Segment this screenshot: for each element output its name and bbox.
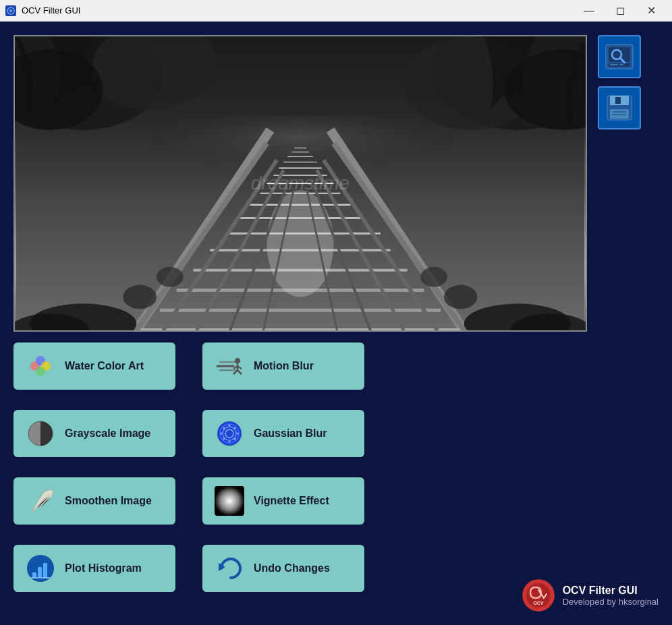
image-container: dreamstime [13,35,587,332]
grayscale-image-button[interactable]: Grayscale Image [13,410,175,457]
svg-point-48 [223,427,225,429]
bottom-info: OCV OCV Filter GUI Developed by hksorgin… [522,579,659,612]
svg-point-33 [36,367,45,376]
gaussian-blur-button[interactable]: Gaussian Blur [202,410,364,457]
svg-point-22 [123,285,157,309]
svg-point-11 [267,190,333,297]
svg-point-2 [9,9,12,12]
bridge-svg [15,36,586,330]
preview-icon [603,40,636,73]
close-button[interactable]: ✕ [636,0,667,22]
app-name-footer: OCV Filter GUI [563,585,659,597]
window-title: OCV Filter GUI [22,5,80,16]
motion-blur-button[interactable]: Motion Blur [202,343,364,390]
svg-rect-56 [215,486,244,516]
gaussian-blur-label: Gaussian Blur [254,427,327,440]
grayscale-icon [26,419,55,448]
title-bar: OCV Filter GUI — ◻ ✕ [0,0,672,22]
maximize-button[interactable]: ◻ [605,0,636,22]
app-icon [5,5,16,16]
svg-point-37 [235,358,240,363]
minimize-button[interactable]: — [573,0,605,22]
water-color-art-button[interactable]: Water Color Art [13,343,175,390]
svg-point-53 [229,441,231,443]
undo-icon [215,554,244,583]
app-logo: OCV [522,579,555,612]
preview-button[interactable] [598,35,641,78]
svg-point-54 [223,438,225,440]
water-color-art-label: Water Color Art [65,360,144,372]
svg-rect-10 [150,117,451,183]
plot-histogram-label: Plot Histogram [65,562,142,574]
title-bar-left: OCV Filter GUI [5,5,80,16]
motion-blur-icon [215,351,244,381]
watercolor-icon [26,351,55,381]
save-icon [603,92,636,124]
image-area: dreamstime Water Color Art [13,35,587,612]
bridge-image: dreamstime [15,36,586,330]
plot-histogram-button[interactable]: Plot Histogram [13,545,175,592]
undo-changes-button[interactable]: Undo Changes [202,545,364,592]
svg-point-24 [444,285,478,309]
vignette-icon [215,486,244,516]
svg-point-52 [234,438,236,440]
main-content: dreamstime Water Color Art [0,22,672,625]
vignette-effect-label: Vignette Effect [254,495,329,507]
right-sidebar [598,35,641,612]
svg-point-50 [234,427,236,429]
svg-point-23 [157,267,184,287]
undo-changes-label: Undo Changes [254,562,330,574]
buttons-grid: Water Color Art [13,343,587,599]
svg-text:OCV: OCV [533,601,544,605]
svg-line-42 [237,370,242,374]
svg-rect-72 [615,97,621,104]
smoothen-image-button[interactable]: Smoothen Image [13,477,175,525]
vignette-effect-button[interactable]: Vignette Effect [202,477,364,525]
motion-blur-label: Motion Blur [254,360,314,372]
developer-text: Developed by hksorginal [563,597,659,607]
svg-rect-58 [32,572,36,578]
gaussian-blur-icon [215,419,244,448]
svg-rect-73 [610,109,629,119]
svg-point-25 [420,267,447,287]
histogram-icon [26,554,55,583]
grayscale-image-label: Grayscale Image [65,427,150,440]
smoothen-icon [26,486,55,516]
svg-rect-60 [43,563,47,578]
svg-point-55 [221,433,223,435]
smoothen-image-label: Smoothen Image [65,495,152,507]
svg-point-49 [229,425,231,427]
svg-point-51 [237,433,239,435]
title-bar-controls: — ◻ ✕ [573,0,667,22]
bottom-text: OCV Filter GUI Developed by hksorginal [563,585,659,607]
save-button[interactable] [598,86,641,129]
svg-rect-59 [38,567,42,578]
